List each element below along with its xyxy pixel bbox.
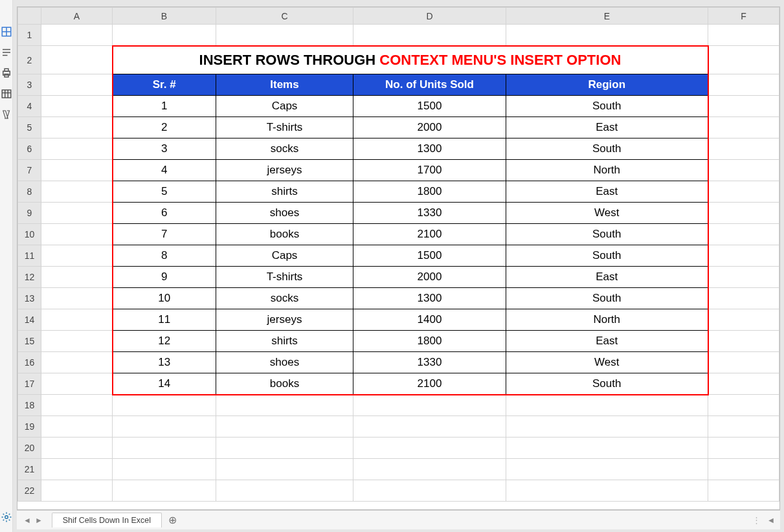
row-header[interactable]: 13 bbox=[18, 288, 41, 309]
cell[interactable] bbox=[708, 416, 779, 438]
cell-sr[interactable]: 1 bbox=[113, 96, 216, 117]
cell[interactable] bbox=[708, 309, 779, 331]
cell-item[interactable]: shirts bbox=[216, 181, 353, 203]
grid-row[interactable]: 107books2100South bbox=[18, 224, 779, 245]
row-header[interactable]: 16 bbox=[18, 352, 41, 373]
cell-sr[interactable]: 6 bbox=[113, 203, 216, 224]
cell[interactable] bbox=[708, 245, 779, 267]
cell[interactable] bbox=[113, 480, 216, 502]
cell[interactable] bbox=[41, 25, 113, 46]
row-header[interactable]: 7 bbox=[18, 160, 41, 181]
cell[interactable] bbox=[41, 373, 113, 395]
cell[interactable] bbox=[708, 331, 779, 352]
grid-row[interactable]: 1714books2100South bbox=[18, 373, 779, 395]
cell-sr[interactable]: 8 bbox=[113, 245, 216, 267]
cell-region[interactable]: East bbox=[506, 267, 708, 288]
row-header[interactable]: 20 bbox=[18, 438, 41, 459]
cell-sr[interactable]: 9 bbox=[113, 267, 216, 288]
grid-row[interactable]: 118Caps1500South bbox=[18, 245, 779, 267]
cell-region[interactable]: South bbox=[506, 373, 708, 395]
cell-item[interactable]: jerseys bbox=[216, 309, 353, 331]
cell-item[interactable]: shoes bbox=[216, 203, 353, 224]
row-header[interactable]: 17 bbox=[18, 373, 41, 395]
cell[interactable] bbox=[506, 438, 708, 459]
cell-units[interactable]: 1300 bbox=[353, 139, 506, 160]
cell-region[interactable]: East bbox=[506, 117, 708, 139]
cell[interactable] bbox=[708, 96, 779, 117]
cell[interactable] bbox=[708, 395, 779, 416]
cell-sr[interactable]: 4 bbox=[113, 160, 216, 181]
format-cells-icon[interactable] bbox=[1, 26, 12, 38]
grid-row[interactable]: 2INSERT ROWS THROUGH CONTEXT MENU'S INSE… bbox=[18, 46, 779, 74]
col-header-F[interactable]: F bbox=[708, 8, 779, 25]
cell[interactable] bbox=[708, 25, 779, 46]
cell-region[interactable]: East bbox=[506, 181, 708, 203]
cell[interactable] bbox=[353, 459, 506, 480]
cell[interactable] bbox=[216, 395, 353, 416]
cell[interactable] bbox=[41, 139, 113, 160]
cell-units[interactable]: 2000 bbox=[353, 267, 506, 288]
header-units[interactable]: No. of Units Sold bbox=[353, 74, 506, 96]
header-sr[interactable]: Sr. # bbox=[113, 74, 216, 96]
cell[interactable] bbox=[41, 203, 113, 224]
cell-item[interactable]: shirts bbox=[216, 331, 353, 352]
add-sheet-button[interactable]: ⊕ bbox=[166, 513, 180, 527]
tab-next-icon[interactable]: ► bbox=[34, 516, 44, 525]
hscroll-left-icon[interactable]: ◄ bbox=[767, 516, 775, 525]
cell-sr[interactable]: 13 bbox=[113, 352, 216, 373]
cell-sr[interactable]: 11 bbox=[113, 309, 216, 331]
grid-row[interactable]: 20 bbox=[18, 438, 779, 459]
cell[interactable] bbox=[41, 309, 113, 331]
grid-row[interactable]: 96shoes1330West bbox=[18, 203, 779, 224]
grid-row[interactable]: 1 bbox=[18, 25, 779, 46]
grid-row[interactable]: 129T-shirts2000East bbox=[18, 267, 779, 288]
cell-units[interactable]: 1400 bbox=[353, 309, 506, 331]
cell[interactable] bbox=[41, 245, 113, 267]
cell[interactable] bbox=[216, 480, 353, 502]
cell[interactable] bbox=[708, 373, 779, 395]
row-header[interactable]: 1 bbox=[18, 25, 41, 46]
cell[interactable] bbox=[506, 395, 708, 416]
col-header-E[interactable]: E bbox=[506, 8, 708, 25]
cell[interactable] bbox=[708, 459, 779, 480]
row-header[interactable]: 12 bbox=[18, 267, 41, 288]
cell-units[interactable]: 1330 bbox=[353, 352, 506, 373]
cell-region[interactable]: South bbox=[506, 245, 708, 267]
row-header[interactable]: 22 bbox=[18, 480, 41, 502]
cell-sr[interactable]: 2 bbox=[113, 117, 216, 139]
cell[interactable] bbox=[708, 74, 779, 96]
row-header[interactable]: 6 bbox=[18, 139, 41, 160]
column-header-row[interactable]: A B C D E F bbox=[18, 8, 779, 25]
row-header[interactable]: 10 bbox=[18, 224, 41, 245]
col-header-D[interactable]: D bbox=[353, 8, 506, 25]
cell-units[interactable]: 2100 bbox=[353, 224, 506, 245]
cell-region[interactable]: West bbox=[506, 352, 708, 373]
row-header[interactable]: 2 bbox=[18, 46, 41, 74]
cell-sr[interactable]: 5 bbox=[113, 181, 216, 203]
cell[interactable] bbox=[353, 480, 506, 502]
cell[interactable] bbox=[113, 438, 216, 459]
row-header[interactable]: 9 bbox=[18, 203, 41, 224]
cell-sr[interactable]: 3 bbox=[113, 139, 216, 160]
grid-row[interactable]: 21 bbox=[18, 459, 779, 480]
cell-units[interactable]: 1800 bbox=[353, 181, 506, 203]
row-header[interactable]: 18 bbox=[18, 395, 41, 416]
grid-row[interactable]: 18 bbox=[18, 395, 779, 416]
cell-item[interactable]: T-shirts bbox=[216, 267, 353, 288]
header-items[interactable]: Items bbox=[216, 74, 353, 96]
cell-region[interactable]: North bbox=[506, 160, 708, 181]
cell[interactable] bbox=[353, 395, 506, 416]
cell-units[interactable]: 1500 bbox=[353, 96, 506, 117]
grid-row[interactable]: 1411jerseys1400North bbox=[18, 309, 779, 331]
cell[interactable] bbox=[216, 416, 353, 438]
text-icon[interactable] bbox=[1, 47, 12, 58]
grid-row[interactable]: 52T-shirts2000East bbox=[18, 117, 779, 139]
cell[interactable] bbox=[506, 25, 708, 46]
cell[interactable] bbox=[113, 459, 216, 480]
tab-prev-icon[interactable]: ◄ bbox=[22, 516, 32, 525]
cell[interactable] bbox=[708, 352, 779, 373]
cell-item[interactable]: jerseys bbox=[216, 160, 353, 181]
cell[interactable] bbox=[216, 438, 353, 459]
grid-row[interactable]: 1310socks1300South bbox=[18, 288, 779, 309]
grid-row[interactable]: 3Sr. #ItemsNo. of Units SoldRegion bbox=[18, 74, 779, 96]
